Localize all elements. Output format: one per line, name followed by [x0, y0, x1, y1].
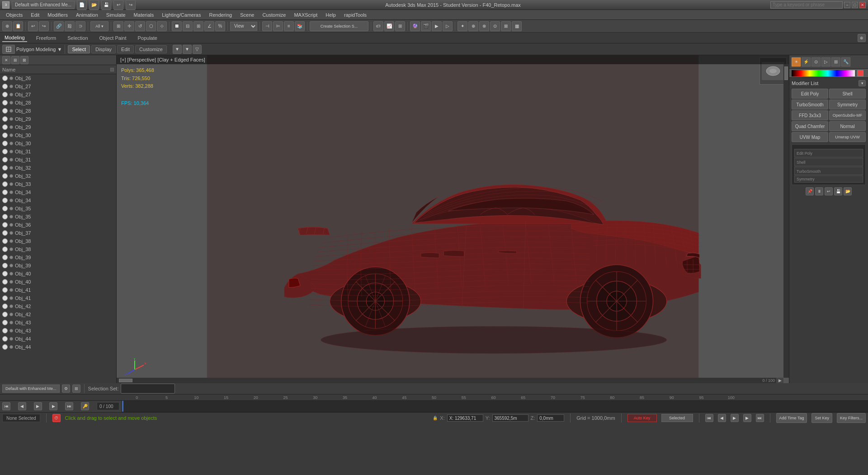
- tab-freeform[interactable]: Freeform: [34, 34, 59, 42]
- menu-rendering[interactable]: Rendering: [205, 11, 236, 19]
- object-visibility-20[interactable]: [2, 238, 8, 244]
- tools1-btn[interactable]: ✦: [458, 21, 467, 31]
- modifier-uvw-map[interactable]: UVW Map: [792, 132, 828, 142]
- status-prev-btn[interactable]: ⏮: [705, 414, 713, 422]
- rotate-btn[interactable]: ↺: [135, 21, 145, 31]
- lp-btn1[interactable]: ✕: [2, 56, 10, 64]
- object-visibility-6[interactable]: [2, 124, 8, 130]
- object-visibility-29[interactable]: [2, 312, 8, 317]
- object-render-17[interactable]: [9, 215, 13, 218]
- object-visibility-0[interactable]: [2, 76, 8, 81]
- align2-btn[interactable]: ≡: [284, 21, 294, 31]
- object-row-23[interactable]: Obj_39: [0, 261, 116, 270]
- new-btn[interactable]: 📄: [77, 0, 87, 10]
- timeline-next-btn[interactable]: ⏭: [65, 402, 73, 410]
- object-render-32[interactable]: [9, 337, 13, 341]
- object-render-22[interactable]: [9, 256, 13, 259]
- object-render-18[interactable]: [9, 223, 13, 227]
- redo-btn[interactable]: ↪: [126, 0, 136, 10]
- object-visibility-12[interactable]: [2, 173, 8, 179]
- poly-icon2[interactable]: ▼: [183, 45, 192, 54]
- object-render-7[interactable]: [9, 133, 13, 137]
- lp-btn2[interactable]: ⊞: [11, 56, 19, 64]
- workspace-btn[interactable]: Default with Enhanced Me...: [2, 385, 60, 393]
- object-row-22[interactable]: Obj_39: [0, 253, 116, 261]
- named-sel-btn[interactable]: 🏷: [373, 21, 383, 31]
- unlink-btn[interactable]: ⛓: [65, 21, 75, 31]
- object-render-23[interactable]: [9, 264, 13, 267]
- workspace-icon-btn[interactable]: ⚙: [62, 385, 70, 393]
- timeline-key-btn[interactable]: 🔑: [81, 402, 89, 410]
- viewport[interactable]: [+] [Perspective] [Clay + Edged Faces] P…: [117, 55, 789, 383]
- object-visibility-3[interactable]: [2, 100, 8, 105]
- object-visibility-10[interactable]: [2, 157, 8, 162]
- object-row-24[interactable]: Obj_40: [0, 270, 116, 278]
- lp-btn3[interactable]: ⊠: [20, 56, 28, 64]
- minimize-btn[interactable]: −: [844, 2, 850, 8]
- object-visibility-22[interactable]: [2, 255, 8, 260]
- object-render-25[interactable]: [9, 280, 13, 284]
- object-visibility-14[interactable]: [2, 190, 8, 195]
- tools3-btn[interactable]: ⊗: [479, 21, 489, 31]
- workspace-icon2-btn[interactable]: ⊞: [72, 385, 80, 393]
- object-render-24[interactable]: [9, 272, 13, 276]
- object-visibility-5[interactable]: [2, 116, 8, 122]
- x-coord[interactable]: [447, 414, 483, 422]
- object-row-18[interactable]: Obj_36: [0, 221, 116, 229]
- object-visibility-32[interactable]: [2, 336, 8, 342]
- modifier-pin-btn[interactable]: 📌: [806, 187, 814, 195]
- open-btn[interactable]: 📂: [89, 0, 99, 10]
- modifier-quad-chamfer[interactable]: Quad Chamfer: [792, 121, 828, 131]
- poly-icon-btn[interactable]: [2, 45, 15, 54]
- scroll-thumb-h[interactable]: [119, 379, 132, 382]
- object-visibility-7[interactable]: [2, 133, 8, 138]
- object-row-1[interactable]: Obj_27: [0, 82, 116, 90]
- snap3-btn[interactable]: ⊞: [193, 21, 203, 31]
- key-filters-btn[interactable]: Key Filters...: [837, 413, 866, 423]
- object-row-19[interactable]: Obj_37: [0, 229, 116, 237]
- object-visibility-21[interactable]: [2, 247, 8, 252]
- selected-btn[interactable]: Selected: [661, 414, 693, 422]
- rp-icon-display[interactable]: ⊞: [831, 57, 840, 66]
- status-next-btn[interactable]: ▶: [743, 414, 751, 422]
- object-row-2[interactable]: Obj_27: [0, 90, 116, 99]
- status-time-tag-toggle[interactable]: ⏱: [52, 414, 61, 422]
- object-visibility-31[interactable]: [2, 328, 8, 333]
- poly-tab-select[interactable]: Select: [68, 45, 90, 53]
- object-row-28[interactable]: Obj_42: [0, 302, 116, 310]
- timeline-cursor[interactable]: [122, 401, 123, 412]
- snap-btn[interactable]: 🔲: [172, 21, 182, 31]
- object-visibility-23[interactable]: [2, 263, 8, 268]
- object-row-6[interactable]: Obj_29: [0, 123, 116, 131]
- object-render-16[interactable]: [9, 207, 13, 210]
- object-row-12[interactable]: Obj_32: [0, 172, 116, 180]
- curve-editor-btn[interactable]: 📈: [384, 21, 394, 31]
- object-row-15[interactable]: Obj_34: [0, 196, 116, 204]
- snap2-btn[interactable]: ⊟: [183, 21, 193, 31]
- modifier-shell[interactable]: Shell: [829, 89, 866, 99]
- redo-toolbar-btn[interactable]: ↪: [39, 21, 49, 31]
- schematic-btn[interactable]: ⊞: [395, 21, 405, 31]
- status-play-btn[interactable]: ▶: [731, 414, 739, 422]
- modifier-symmetry[interactable]: Symmetry: [829, 100, 866, 109]
- poly-dropdown-label[interactable]: Polygon Modeling ▼: [16, 47, 62, 52]
- menu-materials[interactable]: Materials: [130, 11, 158, 19]
- bind-btn[interactable]: ⊃: [75, 21, 85, 31]
- object-row-11[interactable]: Obj_32: [0, 164, 116, 172]
- modifier-unwrap-uvw[interactable]: Unwrap UVW: [829, 132, 866, 142]
- object-visibility-17[interactable]: [2, 214, 8, 219]
- status-prev2-btn[interactable]: ◀: [718, 414, 726, 422]
- object-visibility-19[interactable]: [2, 230, 8, 236]
- tools2-btn[interactable]: ⊕: [468, 21, 478, 31]
- menu-lighting[interactable]: Lighting/Cameras: [158, 11, 204, 19]
- percent-snap-btn[interactable]: %: [215, 21, 225, 31]
- poly-tab-edit[interactable]: Edit: [117, 45, 134, 53]
- object-render-33[interactable]: [9, 345, 13, 349]
- color-swatch[interactable]: [857, 70, 863, 76]
- undo-btn[interactable]: ↩: [113, 0, 123, 10]
- object-row-17[interactable]: Obj_35: [0, 213, 116, 221]
- move-btn[interactable]: ✛: [124, 21, 134, 31]
- viewport-scrollbar-vertical[interactable]: [783, 64, 789, 378]
- object-row-10[interactable]: Obj_31: [0, 156, 116, 164]
- select-filter-dropdown[interactable]: All ▾: [90, 21, 108, 31]
